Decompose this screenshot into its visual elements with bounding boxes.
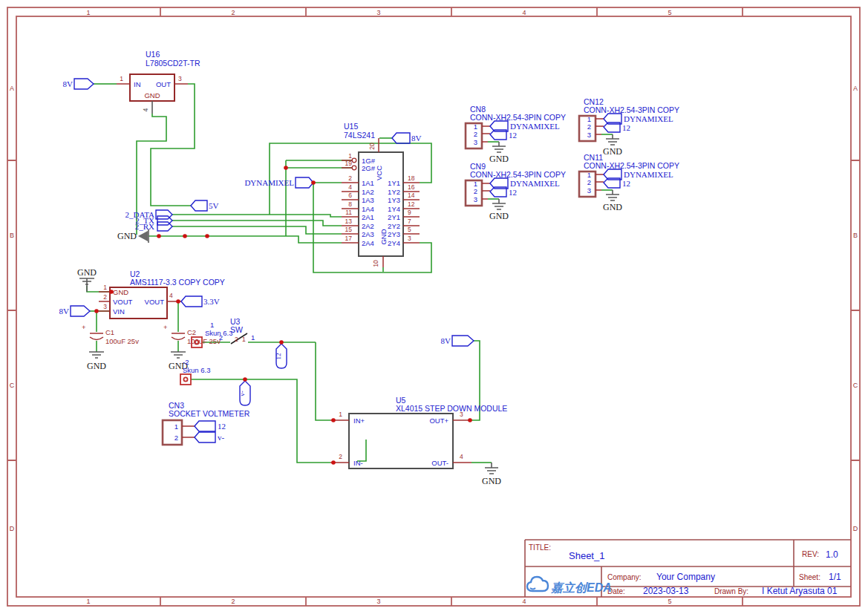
ground-icon[interactable] — [79, 278, 94, 292]
component-cn9[interactable]: CN9 CONN-XH2.54-3PIN COPY 1 2 3 DYNAMIXE… — [466, 162, 566, 221]
netflag-label[interactable]: 8V — [63, 79, 74, 88]
date-value[interactable]: 2023-03-13 — [643, 586, 689, 596]
netflag-label[interactable]: 12 — [509, 131, 517, 140]
component-cn11[interactable]: CN11 CONN-XH2.54-3PIN COPY 1 2 3 DYNAMIX… — [579, 153, 679, 212]
netflag-8v-u2[interactable]: 8V — [59, 306, 90, 316]
netflag-label[interactable]: 12 — [622, 123, 630, 132]
netflag-12-vertical[interactable]: 12 — [275, 344, 287, 368]
u16-type[interactable]: L7805CD2T-TR — [146, 59, 200, 68]
netflag-12-cn3[interactable]: 12 — [195, 421, 226, 431]
netflag-label[interactable]: 12 — [622, 179, 630, 188]
component-c1[interactable]: + C1 100uF 25v GND — [82, 323, 139, 371]
netflag-8v-u15[interactable]: 8V — [392, 133, 422, 143]
gnd-flag-cn11[interactable]: GND — [603, 190, 622, 212]
cn9-type[interactable]: CONN-XH2.54-3PIN COPY — [470, 170, 566, 179]
gnd-label[interactable]: GND — [603, 146, 622, 157]
cn3-body[interactable] — [163, 420, 182, 445]
gnd-label[interactable]: GND — [489, 154, 509, 164]
wire-bus-2a4[interactable] — [210, 236, 342, 243]
netflag-icon[interactable] — [71, 306, 90, 316]
gnd-label[interactable]: GND — [603, 202, 622, 212]
netflag-8v-mid[interactable]: 8V — [441, 336, 474, 346]
netflag-vminus-cn3[interactable]: v- — [195, 432, 225, 442]
ground-icon[interactable] — [89, 351, 104, 358]
component-pad2[interactable]: -2 Skun 6.3 — [180, 358, 211, 385]
netflag-label[interactable]: DYNAMIXEL — [624, 170, 673, 179]
gnd-flag-cn9[interactable]: GND — [489, 199, 509, 221]
gnd-flag-u2-top[interactable]: GND — [77, 267, 97, 292]
c2-ref[interactable]: C2 — [187, 328, 196, 336]
netflag-label[interactable]: DYNAMIXEL — [244, 178, 294, 187]
cn11-type[interactable]: CONN-XH2.54-3PIN COPY — [584, 161, 679, 170]
netflag-label[interactable]: 12 — [275, 353, 282, 360]
u5-type[interactable]: XL4015 STEP DOWN MODULE — [396, 404, 507, 413]
rev-value[interactable]: 1.0 — [826, 549, 838, 560]
netflag-icon[interactable] — [392, 133, 410, 143]
company-value[interactable]: Your Company — [656, 572, 715, 582]
u16-ref[interactable]: U16 — [146, 50, 160, 59]
netflag-icon[interactable] — [181, 296, 202, 307]
gnd-label[interactable]: GND — [77, 267, 97, 278]
pad2-name[interactable]: Skun 6.3 — [183, 366, 211, 374]
component-cn3[interactable]: CN3 SOCKET VOLTMETER 1 2 12 v- — [163, 401, 250, 445]
netflag-label[interactable]: 12 — [509, 188, 517, 197]
ground-icon[interactable] — [606, 134, 619, 145]
ground-icon[interactable] — [492, 142, 506, 152]
title-block[interactable]: TITLE: Sheet_1 REV: 1.0 Company: Your Co… — [525, 540, 851, 597]
schematic-canvas[interactable]: 1 2 3 4 5 1 2 3 4 5 A B C D A B C D — [0, 0, 868, 614]
wire-u5-inner-stub[interactable] — [357, 440, 366, 461]
gnd-label[interactable]: GND — [117, 231, 137, 241]
gnd-label[interactable]: GND — [482, 476, 501, 486]
netflag-label[interactable]: v- — [238, 391, 246, 396]
wire-2tx[interactable] — [172, 221, 342, 226]
sheet-title[interactable]: Sheet_1 — [569, 550, 604, 561]
component-u2[interactable]: U2 AMS1117-3.3 COPY COPY 1 2 3 4 GND VOU… — [59, 267, 225, 319]
c1-value[interactable]: 100uF 25v — [105, 337, 139, 345]
netflag-icon[interactable] — [195, 421, 215, 431]
wire-2data[interactable] — [172, 215, 342, 217]
pad-icon[interactable] — [180, 374, 191, 385]
drawn-by-value[interactable]: I Ketut Aryasuta 01 — [762, 586, 838, 596]
netflag-vminus-vertical[interactable]: v- — [238, 381, 250, 405]
sheet-value[interactable]: 1/1 — [829, 572, 841, 582]
netflag-icon[interactable] — [195, 432, 215, 442]
netflag-label[interactable]: 8V — [59, 307, 70, 316]
wire-u16out-5v[interactable] — [151, 84, 195, 206]
netflag-label[interactable]: 5V — [209, 201, 219, 210]
u15-type[interactable]: 74LS241 — [344, 131, 375, 140]
netflag-label[interactable]: 3.3V — [203, 297, 220, 306]
netflag-label[interactable]: 2_RX — [135, 222, 154, 231]
wires[interactable] — [87, 84, 613, 463]
ground-icon[interactable] — [606, 190, 619, 200]
u2-type[interactable]: AMS1117-3.3 COPY COPY — [130, 278, 225, 287]
netflag-dynamixel-u15[interactable]: DYNAMIXEL — [244, 177, 313, 188]
u15-ref[interactable]: U15 — [344, 122, 358, 131]
component-u16[interactable]: U16 L7805CD2T-TR IN OUT GND 1 3 4 8V — [63, 50, 200, 114]
netflag-icon[interactable] — [296, 177, 313, 188]
u3-type[interactable]: SW — [230, 325, 243, 334]
component-cn8[interactable]: CN8 CONN-XH2.54-3PIN COPY 1 2 3 DYNAMIXE… — [466, 105, 566, 164]
netflag-5v[interactable]: 5V — [191, 200, 219, 211]
gnd-flag-u5[interactable]: GND — [482, 463, 501, 486]
gnd-flag-c1[interactable]: GND — [87, 351, 106, 371]
netflag-label[interactable]: DYNAMIXEL — [510, 179, 560, 188]
gnd-label[interactable]: GND — [87, 361, 106, 371]
ground-icon[interactable] — [171, 351, 186, 358]
netflag-label[interactable]: DYNAMIXEL — [624, 114, 673, 123]
ground-icon[interactable] — [492, 199, 506, 209]
netflag-label[interactable]: 8V — [441, 336, 451, 345]
component-u5[interactable]: U5 XL4015 STEP DOWN MODULE 1 2 3 4 IN+ I… — [330, 396, 507, 486]
c2-plate-bottom[interactable] — [172, 337, 185, 340]
netflag-label[interactable]: 12 — [218, 422, 226, 431]
ground-icon[interactable] — [485, 463, 498, 474]
netflag-8v-u16[interactable]: 8V — [63, 79, 94, 89]
netflag-icon[interactable] — [74, 79, 94, 89]
netflag-2rx[interactable]: 2_RX — [135, 222, 172, 231]
schematic-sheet[interactable]: 1 2 3 4 5 1 2 3 4 5 A B C D A B C D — [0, 0, 868, 614]
component-cn12[interactable]: CN12 CONN-XH2.54-3PIN COPY 1 2 3 DYNAMIX… — [579, 97, 679, 157]
gnd-flag-cn12[interactable]: GND — [603, 134, 622, 157]
wire-2rx[interactable] — [172, 226, 342, 234]
ground-icon[interactable] — [138, 231, 148, 241]
wire-sw-u5in[interactable] — [316, 342, 330, 420]
gnd-label[interactable]: GND — [489, 211, 509, 221]
